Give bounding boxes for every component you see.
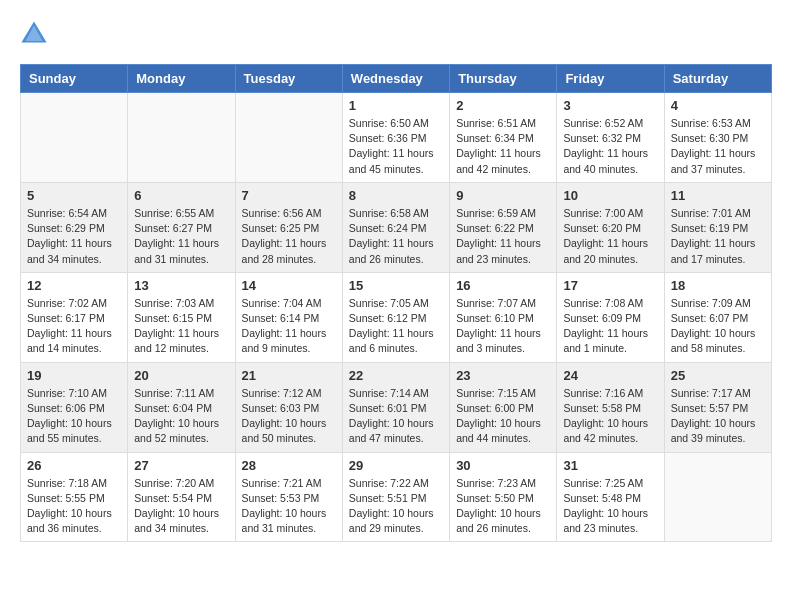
day-number: 26 xyxy=(27,458,121,473)
day-cell-25: 25Sunrise: 7:17 AM Sunset: 5:57 PM Dayli… xyxy=(664,362,771,452)
day-cell-15: 15Sunrise: 7:05 AM Sunset: 6:12 PM Dayli… xyxy=(342,272,449,362)
day-info: Sunrise: 6:52 AM Sunset: 6:32 PM Dayligh… xyxy=(563,116,657,177)
weekday-header-wednesday: Wednesday xyxy=(342,65,449,93)
day-cell-30: 30Sunrise: 7:23 AM Sunset: 5:50 PM Dayli… xyxy=(450,452,557,542)
empty-cell xyxy=(128,93,235,183)
day-number: 8 xyxy=(349,188,443,203)
empty-cell xyxy=(21,93,128,183)
day-cell-16: 16Sunrise: 7:07 AM Sunset: 6:10 PM Dayli… xyxy=(450,272,557,362)
day-number: 22 xyxy=(349,368,443,383)
week-row-1: 1Sunrise: 6:50 AM Sunset: 6:36 PM Daylig… xyxy=(21,93,772,183)
day-info: Sunrise: 7:20 AM Sunset: 5:54 PM Dayligh… xyxy=(134,476,228,537)
day-number: 23 xyxy=(456,368,550,383)
day-number: 25 xyxy=(671,368,765,383)
day-number: 14 xyxy=(242,278,336,293)
day-cell-24: 24Sunrise: 7:16 AM Sunset: 5:58 PM Dayli… xyxy=(557,362,664,452)
weekday-header-thursday: Thursday xyxy=(450,65,557,93)
day-info: Sunrise: 7:01 AM Sunset: 6:19 PM Dayligh… xyxy=(671,206,765,267)
day-number: 3 xyxy=(563,98,657,113)
day-info: Sunrise: 7:02 AM Sunset: 6:17 PM Dayligh… xyxy=(27,296,121,357)
day-cell-5: 5Sunrise: 6:54 AM Sunset: 6:29 PM Daylig… xyxy=(21,182,128,272)
weekday-header-tuesday: Tuesday xyxy=(235,65,342,93)
day-number: 5 xyxy=(27,188,121,203)
day-cell-27: 27Sunrise: 7:20 AM Sunset: 5:54 PM Dayli… xyxy=(128,452,235,542)
day-number: 15 xyxy=(349,278,443,293)
day-info: Sunrise: 6:53 AM Sunset: 6:30 PM Dayligh… xyxy=(671,116,765,177)
day-cell-31: 31Sunrise: 7:25 AM Sunset: 5:48 PM Dayli… xyxy=(557,452,664,542)
logo xyxy=(20,20,52,48)
day-number: 20 xyxy=(134,368,228,383)
logo-icon xyxy=(20,20,48,48)
day-info: Sunrise: 7:08 AM Sunset: 6:09 PM Dayligh… xyxy=(563,296,657,357)
day-cell-7: 7Sunrise: 6:56 AM Sunset: 6:25 PM Daylig… xyxy=(235,182,342,272)
day-info: Sunrise: 7:03 AM Sunset: 6:15 PM Dayligh… xyxy=(134,296,228,357)
day-number: 16 xyxy=(456,278,550,293)
day-number: 9 xyxy=(456,188,550,203)
day-number: 19 xyxy=(27,368,121,383)
day-info: Sunrise: 7:14 AM Sunset: 6:01 PM Dayligh… xyxy=(349,386,443,447)
day-info: Sunrise: 7:10 AM Sunset: 6:06 PM Dayligh… xyxy=(27,386,121,447)
day-cell-3: 3Sunrise: 6:52 AM Sunset: 6:32 PM Daylig… xyxy=(557,93,664,183)
day-cell-8: 8Sunrise: 6:58 AM Sunset: 6:24 PM Daylig… xyxy=(342,182,449,272)
day-info: Sunrise: 7:07 AM Sunset: 6:10 PM Dayligh… xyxy=(456,296,550,357)
day-cell-10: 10Sunrise: 7:00 AM Sunset: 6:20 PM Dayli… xyxy=(557,182,664,272)
day-info: Sunrise: 6:50 AM Sunset: 6:36 PM Dayligh… xyxy=(349,116,443,177)
day-info: Sunrise: 7:04 AM Sunset: 6:14 PM Dayligh… xyxy=(242,296,336,357)
weekday-header-row: SundayMondayTuesdayWednesdayThursdayFrid… xyxy=(21,65,772,93)
week-row-5: 26Sunrise: 7:18 AM Sunset: 5:55 PM Dayli… xyxy=(21,452,772,542)
day-cell-14: 14Sunrise: 7:04 AM Sunset: 6:14 PM Dayli… xyxy=(235,272,342,362)
day-cell-9: 9Sunrise: 6:59 AM Sunset: 6:22 PM Daylig… xyxy=(450,182,557,272)
day-cell-4: 4Sunrise: 6:53 AM Sunset: 6:30 PM Daylig… xyxy=(664,93,771,183)
day-cell-26: 26Sunrise: 7:18 AM Sunset: 5:55 PM Dayli… xyxy=(21,452,128,542)
day-number: 12 xyxy=(27,278,121,293)
day-cell-2: 2Sunrise: 6:51 AM Sunset: 6:34 PM Daylig… xyxy=(450,93,557,183)
day-info: Sunrise: 6:55 AM Sunset: 6:27 PM Dayligh… xyxy=(134,206,228,267)
weekday-header-saturday: Saturday xyxy=(664,65,771,93)
day-info: Sunrise: 7:05 AM Sunset: 6:12 PM Dayligh… xyxy=(349,296,443,357)
day-number: 11 xyxy=(671,188,765,203)
day-number: 29 xyxy=(349,458,443,473)
day-info: Sunrise: 7:25 AM Sunset: 5:48 PM Dayligh… xyxy=(563,476,657,537)
day-cell-19: 19Sunrise: 7:10 AM Sunset: 6:06 PM Dayli… xyxy=(21,362,128,452)
day-info: Sunrise: 7:00 AM Sunset: 6:20 PM Dayligh… xyxy=(563,206,657,267)
day-info: Sunrise: 7:12 AM Sunset: 6:03 PM Dayligh… xyxy=(242,386,336,447)
day-cell-21: 21Sunrise: 7:12 AM Sunset: 6:03 PM Dayli… xyxy=(235,362,342,452)
day-number: 27 xyxy=(134,458,228,473)
weekday-header-sunday: Sunday xyxy=(21,65,128,93)
day-info: Sunrise: 7:09 AM Sunset: 6:07 PM Dayligh… xyxy=(671,296,765,357)
day-cell-23: 23Sunrise: 7:15 AM Sunset: 6:00 PM Dayli… xyxy=(450,362,557,452)
week-row-4: 19Sunrise: 7:10 AM Sunset: 6:06 PM Dayli… xyxy=(21,362,772,452)
day-number: 30 xyxy=(456,458,550,473)
calendar: SundayMondayTuesdayWednesdayThursdayFrid… xyxy=(20,64,772,542)
day-cell-28: 28Sunrise: 7:21 AM Sunset: 5:53 PM Dayli… xyxy=(235,452,342,542)
week-row-3: 12Sunrise: 7:02 AM Sunset: 6:17 PM Dayli… xyxy=(21,272,772,362)
day-number: 7 xyxy=(242,188,336,203)
day-number: 17 xyxy=(563,278,657,293)
page-header xyxy=(20,20,772,48)
day-number: 10 xyxy=(563,188,657,203)
day-number: 1 xyxy=(349,98,443,113)
day-cell-20: 20Sunrise: 7:11 AM Sunset: 6:04 PM Dayli… xyxy=(128,362,235,452)
day-info: Sunrise: 6:51 AM Sunset: 6:34 PM Dayligh… xyxy=(456,116,550,177)
weekday-header-friday: Friday xyxy=(557,65,664,93)
day-info: Sunrise: 7:18 AM Sunset: 5:55 PM Dayligh… xyxy=(27,476,121,537)
day-cell-12: 12Sunrise: 7:02 AM Sunset: 6:17 PM Dayli… xyxy=(21,272,128,362)
day-cell-22: 22Sunrise: 7:14 AM Sunset: 6:01 PM Dayli… xyxy=(342,362,449,452)
day-info: Sunrise: 6:54 AM Sunset: 6:29 PM Dayligh… xyxy=(27,206,121,267)
day-info: Sunrise: 7:23 AM Sunset: 5:50 PM Dayligh… xyxy=(456,476,550,537)
day-number: 18 xyxy=(671,278,765,293)
day-cell-17: 17Sunrise: 7:08 AM Sunset: 6:09 PM Dayli… xyxy=(557,272,664,362)
day-number: 28 xyxy=(242,458,336,473)
day-info: Sunrise: 6:59 AM Sunset: 6:22 PM Dayligh… xyxy=(456,206,550,267)
day-info: Sunrise: 6:56 AM Sunset: 6:25 PM Dayligh… xyxy=(242,206,336,267)
day-number: 13 xyxy=(134,278,228,293)
day-number: 24 xyxy=(563,368,657,383)
day-number: 2 xyxy=(456,98,550,113)
day-cell-6: 6Sunrise: 6:55 AM Sunset: 6:27 PM Daylig… xyxy=(128,182,235,272)
day-number: 4 xyxy=(671,98,765,113)
day-cell-29: 29Sunrise: 7:22 AM Sunset: 5:51 PM Dayli… xyxy=(342,452,449,542)
empty-cell xyxy=(235,93,342,183)
day-info: Sunrise: 7:16 AM Sunset: 5:58 PM Dayligh… xyxy=(563,386,657,447)
day-number: 31 xyxy=(563,458,657,473)
day-info: Sunrise: 6:58 AM Sunset: 6:24 PM Dayligh… xyxy=(349,206,443,267)
